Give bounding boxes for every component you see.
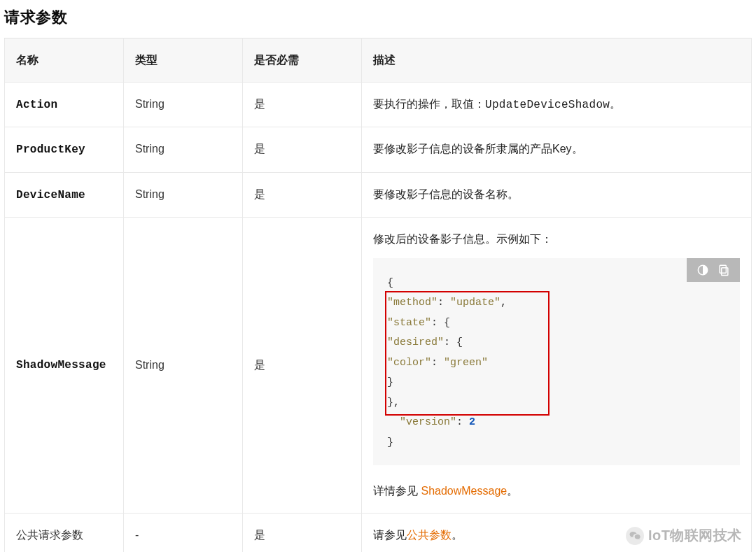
param-type: String [124,218,243,514]
watermark: IoT物联网技术 [626,526,742,545]
section-title: 请求参数 [4,7,752,28]
param-required: 是 [243,218,362,514]
table-header-row: 名称 类型 是否必需 描述 [5,38,752,83]
svg-rect-1 [722,268,728,276]
param-type: String [124,82,243,127]
common-params-link[interactable]: 公共参数 [407,529,451,541]
col-header-name: 名称 [5,38,124,83]
code-example: { "method": "update", "state": { "desire… [373,258,740,466]
param-type: String [124,127,243,173]
param-name: 公共请求参数 [5,514,124,552]
table-row: Action String 是 要执行的操作，取值：UpdateDeviceSh… [5,82,752,127]
theme-toggle-icon[interactable] [692,262,713,278]
param-desc: 修改后的设备影子信息。示例如下： { "method": "update", "… [362,218,752,514]
param-required: 是 [243,82,362,127]
shadow-intro: 修改后的设备影子信息。示例如下： [373,230,740,248]
watermark-text: IoT物联网技术 [648,526,742,545]
param-required: 是 [243,514,362,552]
col-header-desc: 描述 [362,38,752,83]
param-desc: 要执行的操作，取值：UpdateDeviceShadow。 [362,82,752,127]
svg-rect-2 [720,265,726,273]
shadow-detail: 详情参见 ShadowMessage。 [373,482,740,500]
param-name: DeviceName [16,189,85,201]
param-required: 是 [243,127,362,173]
table-row: ProductKey String 是 要修改影子信息的设备所隶属的产品Key。 [5,127,752,173]
shadow-message-link[interactable]: ShadowMessage [421,485,507,497]
code-toolbar [687,258,740,282]
parameters-table: 名称 类型 是否必需 描述 Action String 是 要执行的操作，取值：… [4,38,752,552]
col-header-type: 类型 [124,38,243,83]
param-name: ProductKey [16,143,85,156]
code-block: { "method": "update", "state": { "desire… [373,258,740,466]
param-name: ShadowMessage [16,359,106,371]
table-row: ShadowMessage String 是 修改后的设备影子信息。示例如下： … [5,218,752,514]
param-type: - [124,514,243,552]
table-row: DeviceName String 是 要修改影子信息的设备名称。 [5,172,752,218]
param-required: 是 [243,172,362,218]
param-desc: 要修改影子信息的设备名称。 [362,172,752,218]
copy-icon[interactable] [713,262,734,278]
col-header-required: 是否必需 [243,38,362,83]
wechat-icon [626,527,644,545]
param-desc: 要修改影子信息的设备所隶属的产品Key。 [362,127,752,173]
param-type: String [124,172,243,218]
param-name: Action [16,99,57,111]
